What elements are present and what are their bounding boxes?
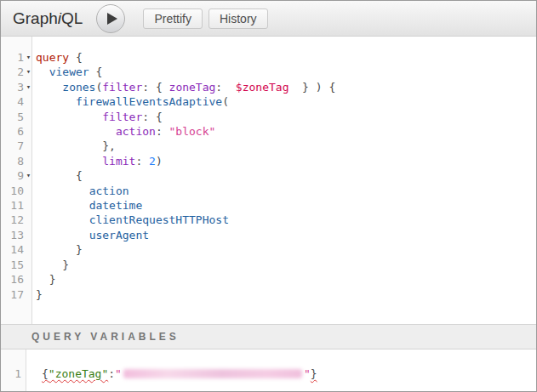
code-token	[36, 111, 102, 123]
line-number: 9	[1, 168, 24, 183]
code-token	[36, 243, 76, 256]
code-token	[36, 139, 102, 152]
code-token	[36, 273, 49, 286]
line-number: 12	[1, 213, 24, 227]
line-number: 6	[1, 124, 24, 139]
code-line[interactable]: 10 action	[1, 184, 536, 198]
play-icon	[107, 13, 117, 25]
line-number: 2	[1, 65, 24, 79]
code-line[interactable]: 5 filter: {	[1, 110, 536, 124]
app-title: GraphiQL	[13, 9, 83, 28]
graphiql-window: GraphiQL Prettify History 1▾query {2▾ vi…	[0, 0, 537, 392]
code-line[interactable]: 17}	[1, 287, 536, 302]
code-line[interactable]: 13 userAgent	[1, 228, 536, 242]
redacted-value	[123, 369, 302, 378]
code-token: userAgent	[89, 229, 149, 241]
fold-spacer	[24, 110, 33, 124]
code-line[interactable]: 2▾ viewer {	[1, 65, 536, 79]
code-line[interactable]: 4 firewallEventsAdaptive(	[1, 94, 536, 109]
code-token: clientRequestHTTPHost	[89, 213, 229, 226]
code-text[interactable]: }	[33, 258, 69, 272]
code-line[interactable]: 7 },	[1, 139, 536, 153]
code-line[interactable]: 15 }	[1, 258, 536, 272]
code-token: 2	[149, 155, 156, 168]
fold-spacer	[24, 287, 33, 302]
code-token	[36, 229, 89, 241]
code-text[interactable]: }	[33, 272, 55, 287]
variables-title: QUERY VARIABLES	[31, 331, 180, 343]
history-button[interactable]: History	[209, 9, 268, 29]
fold-spacer	[21, 366, 31, 381]
code-text[interactable]: filter: {	[33, 110, 163, 124]
code-token: filter	[102, 111, 142, 123]
code-token: :	[135, 155, 149, 168]
code-line[interactable]: 14 }	[1, 242, 536, 257]
code-text[interactable]: userAgent	[33, 228, 149, 242]
code-token: action	[89, 185, 129, 197]
line-number: 10	[1, 184, 24, 198]
code-line[interactable]: 16 }	[1, 272, 536, 287]
code-token: {	[42, 367, 49, 380]
code-text[interactable]: limit: 2)	[33, 154, 163, 168]
fold-toggle-icon[interactable]: ▾	[24, 80, 33, 94]
prettify-button[interactable]: Prettify	[143, 9, 203, 29]
code-token: $zoneTag	[236, 81, 289, 94]
line-number: 1	[1, 50, 24, 65]
code-token	[36, 81, 62, 94]
code-text[interactable]: clientRequestHTTPHost	[33, 213, 229, 227]
code-token: }	[311, 367, 317, 380]
variables-title-bar[interactable]: QUERY VARIABLES	[1, 324, 536, 349]
code-line[interactable]: 12 clientRequestHTTPHost	[1, 213, 536, 227]
variables-editor[interactable]: 1{"zoneTag":""}	[1, 349, 536, 391]
fold-spacer	[24, 272, 33, 287]
fold-spacer	[24, 213, 33, 227]
code-text[interactable]: }	[33, 242, 83, 257]
code-line[interactable]: 6 action: "block"	[1, 124, 536, 139]
line-number: 13	[1, 228, 24, 242]
query-editor-code: 1▾query {2▾ viewer {3▾ zones(filter: { z…	[1, 37, 536, 302]
code-text[interactable]: action: "block"	[33, 124, 215, 139]
code-token	[36, 213, 89, 226]
fold-toggle-icon[interactable]: ▾	[24, 65, 33, 79]
query-editor[interactable]: 1▾query {2▾ viewer {3▾ zones(filter: { z…	[1, 37, 536, 324]
fold-spacer	[24, 184, 33, 198]
fold-spacer	[24, 94, 33, 109]
code-token: "zoneTag"	[49, 367, 108, 380]
code-token: : {	[142, 111, 162, 123]
line-number: 1	[1, 366, 21, 381]
code-line[interactable]: 1{"zoneTag":""}	[1, 366, 536, 381]
code-token	[36, 65, 49, 78]
code-text[interactable]: {	[33, 168, 83, 183]
code-token	[36, 199, 89, 212]
code-line[interactable]: 11 datetime	[1, 198, 536, 213]
code-token: }	[49, 273, 56, 286]
code-token: {	[89, 65, 103, 78]
code-text[interactable]: action	[33, 184, 129, 198]
code-text[interactable]: viewer {	[33, 65, 102, 79]
code-text[interactable]: zones(filter: { zoneTag: $zoneTag } ) {	[33, 80, 335, 94]
code-line[interactable]: 3▾ zones(filter: { zoneTag: $zoneTag } )…	[1, 80, 536, 94]
code-token: filter	[102, 81, 142, 94]
code-text[interactable]: firewallEventsAdaptive(	[33, 94, 229, 109]
fold-spacer	[24, 139, 33, 153]
fold-spacer	[24, 124, 33, 139]
fold-toggle-icon[interactable]: ▾	[24, 168, 33, 183]
line-number: 5	[1, 110, 24, 124]
code-line[interactable]: 1▾query {	[1, 50, 536, 65]
fold-spacer	[24, 154, 33, 168]
line-number: 17	[1, 287, 24, 302]
code-text[interactable]: },	[33, 139, 116, 153]
execute-button[interactable]	[96, 4, 125, 33]
code-text[interactable]: datetime	[33, 198, 142, 213]
code-token: limit	[102, 155, 135, 168]
code-text[interactable]: {"zoneTag":""}	[31, 366, 317, 381]
fold-toggle-icon[interactable]: ▾	[24, 50, 33, 65]
code-line[interactable]: 9▾ {	[1, 168, 536, 183]
code-token: )	[156, 155, 163, 168]
line-number: 15	[1, 258, 24, 272]
code-token: viewer	[49, 65, 89, 78]
code-line[interactable]: 8 limit: 2)	[1, 154, 536, 168]
code-text[interactable]: query {	[33, 50, 83, 65]
fold-spacer	[24, 198, 33, 213]
code-text[interactable]: }	[33, 287, 43, 302]
